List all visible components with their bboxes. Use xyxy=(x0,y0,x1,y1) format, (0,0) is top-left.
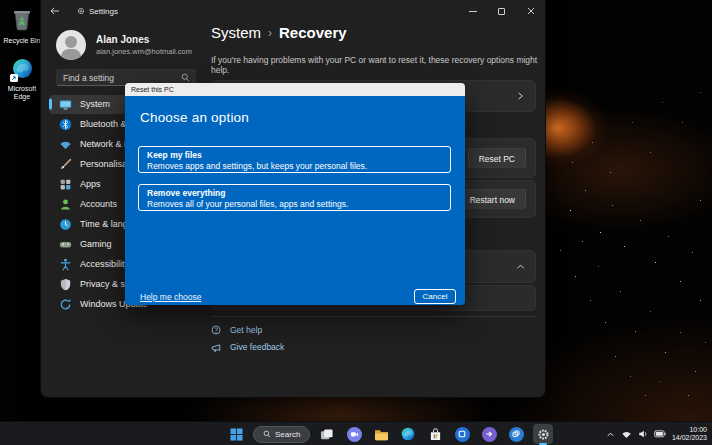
desktop-icon-label: Microsoft Edge xyxy=(0,85,44,101)
blue-app2-icon xyxy=(509,427,524,442)
task-view-button[interactable] xyxy=(317,424,337,444)
tray-time: 10:00 xyxy=(672,426,707,434)
edge-button[interactable] xyxy=(398,424,418,444)
sidebar-item-label: Apps xyxy=(80,179,101,189)
search-input[interactable] xyxy=(57,73,181,83)
sidebar-item-label: Gaming xyxy=(80,239,112,249)
tray-date: 14/02/2023 xyxy=(672,434,707,442)
tray-chevron-up-icon[interactable] xyxy=(606,430,615,439)
footer-divider xyxy=(211,316,536,317)
sidebar-item-label: Accessibility xyxy=(80,259,129,269)
minimize-button[interactable] xyxy=(458,0,487,22)
get-help-label: Get help xyxy=(230,325,262,335)
wallpaper-stars xyxy=(0,0,1,1)
pinned-app-blue2-button[interactable] xyxy=(506,424,526,444)
desktop-icon-edge[interactable]: Microsoft Edge xyxy=(0,58,44,101)
file-explorer-button[interactable] xyxy=(371,424,391,444)
screen: Recycle Bin Microsoft Edge xyxy=(0,0,712,445)
restart-now-button[interactable]: Restart now xyxy=(459,189,526,210)
gear-icon xyxy=(537,428,550,441)
dialog-title: Reset this PC xyxy=(131,86,174,93)
apps-grid-icon xyxy=(59,178,72,191)
teams-chat-button[interactable] xyxy=(344,424,364,444)
taskbar-search[interactable]: Search xyxy=(253,426,310,443)
give-feedback-label: Give feedback xyxy=(230,342,284,352)
shield-icon xyxy=(59,278,72,291)
reset-pc-dialog: Reset this PC Choose an option Keep my f… xyxy=(125,83,465,305)
option-description: Removes all of your personal files, apps… xyxy=(147,199,442,209)
pinned-app-purple-button[interactable] xyxy=(479,424,499,444)
sidebar-item-label: System xyxy=(80,99,110,109)
battery-tray-icon[interactable] xyxy=(654,430,666,438)
wifi-icon xyxy=(59,138,72,151)
dialog-titlebar: Reset this PC xyxy=(125,83,465,96)
help-me-choose-link[interactable]: Help me choose xyxy=(140,292,201,302)
dialog-heading: Choose an option xyxy=(140,110,249,125)
sidebar-item-label: Accounts xyxy=(80,199,117,209)
maximize-button[interactable] xyxy=(487,0,516,22)
blue-app-icon xyxy=(455,427,470,442)
reset-pc-button[interactable]: Reset PC xyxy=(468,148,526,169)
store-icon xyxy=(429,428,442,441)
close-button[interactable] xyxy=(516,0,545,22)
option-remove-everything[interactable]: Remove everything Removes all of your pe… xyxy=(138,184,451,211)
settings-gear-icon xyxy=(77,7,85,15)
edge-icon xyxy=(401,427,415,441)
selection-pill xyxy=(49,99,52,110)
wifi-tray-icon[interactable] xyxy=(621,430,632,439)
task-view-icon xyxy=(320,428,334,441)
windows-logo-icon xyxy=(230,428,243,441)
purple-app-icon xyxy=(482,427,497,442)
monitor-icon xyxy=(59,98,72,111)
window-title: Settings xyxy=(89,7,118,16)
window-titlebar: Settings xyxy=(41,0,545,22)
paintbrush-icon xyxy=(59,158,72,171)
person-icon xyxy=(59,198,72,211)
settings-app-button[interactable] xyxy=(533,424,553,444)
pinned-app-blue-button[interactable] xyxy=(452,424,472,444)
option-description: Removes apps and settings, but keeps you… xyxy=(147,161,442,171)
taskbar: Search xyxy=(0,421,712,445)
chat-icon xyxy=(347,427,362,442)
gamepad-icon xyxy=(59,238,72,251)
microsoft-store-button[interactable] xyxy=(425,424,445,444)
give-feedback-icon xyxy=(211,342,221,352)
option-title: Keep my files xyxy=(147,150,442,161)
page-title: Recovery xyxy=(279,24,347,41)
accessibility-person-icon xyxy=(59,258,72,271)
search-icon xyxy=(181,73,190,82)
get-help-link[interactable]: Get help xyxy=(211,325,262,335)
get-help-icon xyxy=(211,325,221,335)
cancel-button[interactable]: Cancel xyxy=(414,289,456,304)
user-email: alan.jones.wm@hotmail.com xyxy=(96,47,192,56)
edge-icon xyxy=(12,58,33,83)
user-name: Alan Jones xyxy=(96,34,149,45)
option-title: Remove everything xyxy=(147,188,442,199)
volume-tray-icon[interactable] xyxy=(638,429,648,439)
desktop-icon-label: Recycle Bin xyxy=(0,37,44,45)
update-arrows-icon xyxy=(59,298,72,311)
give-feedback-link[interactable]: Give feedback xyxy=(211,342,284,352)
search-icon xyxy=(263,430,271,438)
taskbar-search-label: Search xyxy=(275,430,300,439)
start-button[interactable] xyxy=(226,424,246,444)
recycle-bin-icon xyxy=(11,17,33,34)
avatar[interactable] xyxy=(56,30,86,60)
folder-icon xyxy=(374,428,389,441)
option-keep-my-files[interactable]: Keep my files Removes apps and settings,… xyxy=(138,146,451,173)
desktop-icon-recycle-bin[interactable]: Recycle Bin xyxy=(0,7,44,45)
chevron-up-icon xyxy=(516,262,525,271)
breadcrumb-root[interactable]: System xyxy=(211,24,261,41)
tray-clock[interactable]: 10:00 14/02/2023 xyxy=(672,426,707,442)
chevron-right-icon xyxy=(516,92,525,101)
breadcrumb-separator: › xyxy=(268,26,272,40)
breadcrumb: System › Recovery xyxy=(211,24,347,41)
back-button[interactable] xyxy=(41,0,69,22)
page-subtitle: If you're having problems with your PC o… xyxy=(211,55,541,75)
bluetooth-icon xyxy=(59,118,72,131)
dialog-body: Choose an option Keep my files Removes a… xyxy=(125,96,465,305)
clock-icon xyxy=(59,218,72,231)
